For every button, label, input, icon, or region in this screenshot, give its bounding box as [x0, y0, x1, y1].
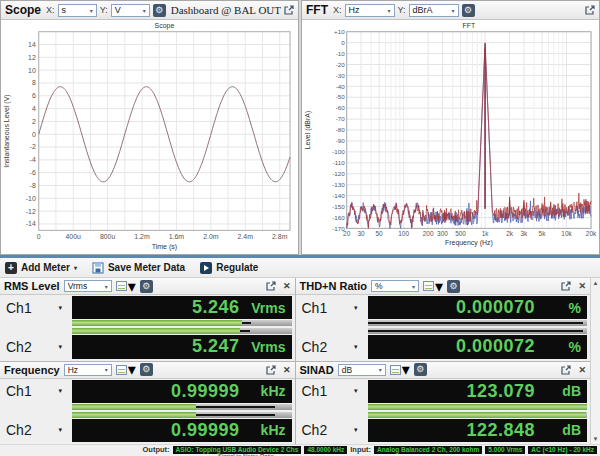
- close-icon[interactable]: ✕: [578, 281, 586, 291]
- meter-channel-row: Ch2▾5.247Vrms: [0, 335, 292, 358]
- meter-panel: SINAD dB ▾ ▾ ⚙ ✕ Ch1▾123.079dBCh2▾122.84…: [296, 362, 591, 445]
- gear-icon[interactable]: ⚙: [462, 4, 475, 17]
- channel-label: Ch1: [6, 300, 32, 316]
- popout-icon[interactable]: [561, 281, 571, 291]
- svg-text:12: 12: [28, 54, 36, 61]
- close-icon[interactable]: ✕: [283, 281, 291, 291]
- meter-display-mode-button[interactable]: ▾: [390, 360, 410, 379]
- svg-text:300: 300: [437, 230, 448, 237]
- level-bar: [368, 412, 588, 418]
- meter-value: 5.246: [192, 297, 240, 318]
- status-bar: Output: ASIO: Topping USB Audio Device 2…: [0, 444, 600, 456]
- regulate-button[interactable]: Regulate: [200, 262, 258, 274]
- meter-header: SINAD dB ▾ ▾ ⚙ ✕: [296, 362, 591, 379]
- meter-title: Frequency: [4, 364, 60, 376]
- fft-x-unit-select[interactable]: Hz ▾: [345, 4, 395, 17]
- svg-text:2.0m: 2.0m: [203, 233, 219, 240]
- meters-scrollbar[interactable]: ▲ ▼: [590, 278, 600, 444]
- channel-selector[interactable]: Ch1▾: [0, 296, 72, 319]
- close-icon[interactable]: ✕: [283, 365, 291, 375]
- fft-y-unit-select[interactable]: dBrA ▾: [409, 4, 459, 17]
- chevron-down-icon: ▾: [58, 426, 62, 434]
- gear-icon[interactable]: ⚙: [140, 280, 153, 293]
- popout-icon[interactable]: [585, 5, 595, 15]
- add-meter-button[interactable]: + Add Meter ▾: [5, 262, 77, 274]
- scroll-up-icon[interactable]: ▲: [593, 278, 599, 288]
- channel-selector[interactable]: Ch2▾: [0, 419, 72, 442]
- channel-selector[interactable]: Ch1▾: [296, 380, 368, 403]
- meter-body: Ch1▾5.246VrmsCh2▾5.247Vrms: [0, 295, 295, 361]
- input-badges: Analog Balanced 2 Ch, 200 kohm5.000 Vrms…: [374, 446, 597, 454]
- svg-text:FFT: FFT: [463, 22, 476, 29]
- meter-unit-select[interactable]: Hz ▾: [64, 364, 112, 376]
- meter-channel-row: Ch2▾0.99999kHz: [0, 419, 292, 442]
- meter-unit-select[interactable]: dB ▾: [338, 364, 386, 376]
- meter-display-mode-button[interactable]: ▾: [423, 277, 443, 296]
- meter-title: SINAD: [300, 364, 334, 376]
- svg-text:2: 2: [32, 118, 36, 125]
- svg-text:5k: 5k: [539, 230, 547, 237]
- scope-header: Scope X: s ▾ Y: V ▾ ⚙ Dashboard @ BAL OU…: [1, 1, 298, 20]
- meter-display-icon: [423, 281, 434, 291]
- svg-text:-120: -120: [332, 170, 345, 177]
- popout-icon[interactable]: [561, 365, 571, 375]
- popout-icon[interactable]: [266, 281, 276, 291]
- chevron-down-icon: ▾: [402, 360, 410, 379]
- svg-text:Instantaneous Level (V): Instantaneous Level (V): [3, 94, 11, 167]
- bar-fill: [72, 320, 242, 326]
- meter-panel: THD+N Ratio % ▾ ▾ ⚙ ✕ Ch1▾0.000070%Ch2▾0…: [296, 278, 591, 361]
- svg-text:-2: -2: [30, 143, 36, 150]
- gear-icon[interactable]: ⚙: [414, 363, 427, 376]
- level-bar: [368, 404, 588, 410]
- meter-value: 122.848: [466, 420, 535, 441]
- popout-icon[interactable]: [266, 365, 276, 375]
- channel-selector[interactable]: Ch2▾: [296, 335, 368, 358]
- channel-selector[interactable]: Ch1▾: [296, 296, 368, 319]
- meter-channel-row: Ch1▾0.000070%: [296, 296, 588, 319]
- svg-text:500: 500: [455, 230, 466, 237]
- meter-unit: kHz: [240, 422, 286, 438]
- scope-x-unit-select[interactable]: s ▾: [58, 4, 97, 17]
- channel-selector[interactable]: Ch2▾: [296, 419, 368, 442]
- scope-y-unit-select[interactable]: V ▾: [111, 4, 150, 17]
- channel-label: Ch2: [302, 339, 328, 355]
- scroll-down-icon[interactable]: ▼: [593, 434, 599, 444]
- bar-peak-marker: [196, 406, 275, 408]
- close-icon[interactable]: ✕: [578, 365, 586, 375]
- meter-unit-value: %: [375, 281, 383, 291]
- scope-y-axis-label: Y:: [100, 5, 108, 15]
- channel-selector[interactable]: Ch1▾: [0, 380, 72, 403]
- meter-title: RMS Level: [4, 280, 60, 292]
- svg-text:1.2m: 1.2m: [134, 233, 150, 240]
- popout-icon[interactable]: [284, 5, 294, 15]
- gear-icon[interactable]: ⚙: [447, 280, 460, 293]
- svg-text:6: 6: [32, 92, 36, 99]
- meter-unit-select[interactable]: Vrms ▾: [64, 280, 112, 292]
- channel-label: Ch2: [302, 422, 328, 438]
- meter-display-mode-button[interactable]: ▾: [116, 360, 136, 379]
- meter-header: THD+N Ratio % ▾ ▾ ⚙ ✕: [296, 278, 591, 295]
- meter-display-mode-button[interactable]: ▾: [116, 277, 136, 296]
- channel-selector[interactable]: Ch2▾: [0, 335, 72, 358]
- svg-text:10: 10: [28, 67, 36, 74]
- save-meter-label: Save Meter Data: [108, 262, 185, 273]
- svg-text:-160: -160: [332, 214, 345, 221]
- meter-display: 122.848dB: [368, 419, 588, 442]
- bar-peak-marker: [368, 330, 582, 332]
- channel-label: Ch1: [6, 383, 32, 399]
- meter-panel: Frequency Hz ▾ ▾ ⚙ ✕ Ch1▾0.99999kHzCh2▾0…: [0, 362, 295, 445]
- save-meter-data-button[interactable]: Save Meter Data: [92, 262, 185, 274]
- meter-channel-row: Ch2▾122.848dB: [296, 419, 588, 442]
- gear-icon[interactable]: ⚙: [140, 363, 153, 376]
- meter-channel-row: Ch1▾5.246Vrms: [0, 296, 292, 319]
- svg-text:-150: -150: [332, 203, 345, 210]
- svg-text:-80: -80: [336, 126, 346, 133]
- chevron-down-icon: ▾: [354, 387, 358, 395]
- gear-icon[interactable]: ⚙: [153, 4, 166, 17]
- meter-channel-row: Ch2▾0.000072%: [296, 335, 588, 358]
- meter-unit-select[interactable]: % ▾: [371, 280, 419, 292]
- fft-x-unit-value: Hz: [349, 5, 360, 15]
- meter-unit: %: [535, 300, 581, 316]
- chevron-down-icon: ▾: [412, 283, 415, 290]
- save-icon: [92, 262, 104, 274]
